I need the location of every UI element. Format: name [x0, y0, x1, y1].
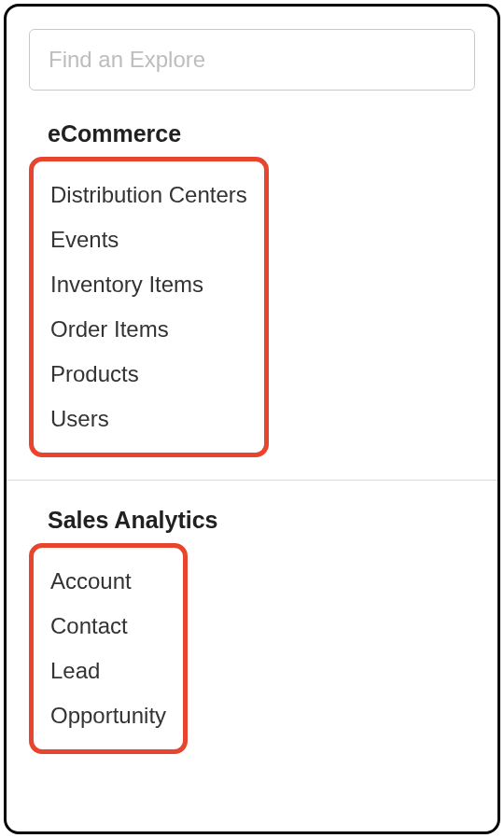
explore-item-account[interactable]: Account — [45, 559, 172, 604]
panel-inner: eCommerce Distribution Centers Events In… — [7, 7, 497, 754]
explore-item-contact[interactable]: Contact — [45, 604, 172, 649]
section-title-ecommerce: eCommerce — [29, 120, 475, 147]
explore-item-lead[interactable]: Lead — [45, 649, 172, 693]
search-input[interactable] — [29, 29, 475, 91]
explore-item-events[interactable]: Events — [45, 217, 253, 262]
section-sales-analytics: Sales Analytics Account Contact Lead Opp… — [29, 507, 475, 754]
section-title-sales-analytics: Sales Analytics — [29, 507, 475, 534]
explore-item-users[interactable]: Users — [45, 397, 253, 441]
explore-panel: eCommerce Distribution Centers Events In… — [4, 4, 500, 834]
highlight-ecommerce: Distribution Centers Events Inventory It… — [29, 157, 269, 457]
explore-item-order-items[interactable]: Order Items — [45, 307, 253, 352]
highlight-sales-analytics: Account Contact Lead Opportunity — [29, 543, 188, 754]
explore-item-inventory-items[interactable]: Inventory Items — [45, 262, 253, 307]
explore-item-opportunity[interactable]: Opportunity — [45, 693, 172, 738]
explore-item-distribution-centers[interactable]: Distribution Centers — [45, 173, 253, 217]
explore-item-products[interactable]: Products — [45, 352, 253, 397]
section-ecommerce: eCommerce Distribution Centers Events In… — [29, 120, 475, 457]
section-divider — [7, 480, 497, 481]
